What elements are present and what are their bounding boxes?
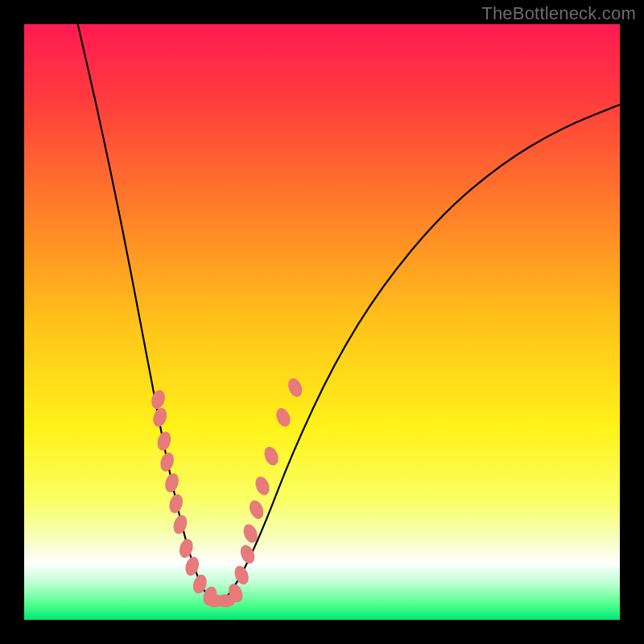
plot-background <box>24 24 620 620</box>
highlight-marker <box>216 594 235 607</box>
watermark-label: TheBottleneck.com <box>481 3 636 24</box>
chart-svg <box>0 0 644 644</box>
chart-stage: TheBottleneck.com <box>0 0 644 644</box>
